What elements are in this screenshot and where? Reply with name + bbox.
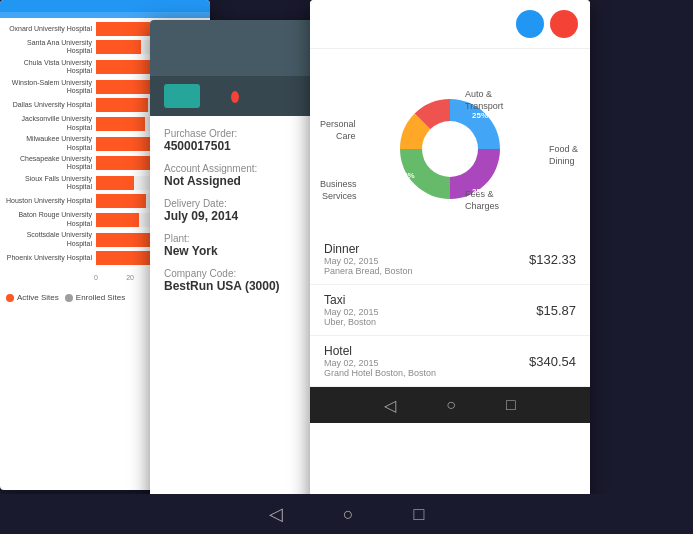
pie-chart <box>350 69 550 229</box>
pie-pct-fees: 25% <box>472 187 488 196</box>
nav-home[interactable]: ○ <box>343 504 354 525</box>
screen3-nav-btn[interactable]: ○ <box>446 396 456 414</box>
expense-place: Grand Hotel Boston, Boston <box>324 368 436 378</box>
legend-dot <box>6 294 14 302</box>
chart-label: Scottsdale University Hospital <box>6 231 96 248</box>
trip-info <box>310 49 590 69</box>
android-nav: ◁ ○ □ <box>0 494 693 534</box>
expense-date: May 02, 2015 <box>324 358 436 368</box>
notes-badge <box>231 91 239 103</box>
expense-item: Taxi May 02, 2015 Uber, Boston $15.87 <box>310 285 590 336</box>
screen-report: Auto &Transport Food &Dining Fees &Charg… <box>310 0 590 520</box>
pie-pct-food: 25% <box>548 151 564 160</box>
pie-label-business: BusinessServices <box>320 179 357 202</box>
expense-list: Dinner May 02, 2015 Panera Bread, Boston… <box>310 234 590 387</box>
pie-label-auto: Auto &Transport <box>465 89 503 112</box>
expense-place: Uber, Boston <box>324 317 379 327</box>
pie-pct-personal: 12.5% <box>370 127 393 136</box>
pie-pct-business: 12.5% <box>392 171 415 180</box>
expense-date: May 02, 2015 <box>324 307 379 317</box>
expense-place: Panera Bread, Boston <box>324 266 413 276</box>
chart-bar <box>96 137 152 151</box>
screen3-nav: ◁○□ <box>310 387 590 423</box>
chart-bar <box>96 213 139 227</box>
legend-dot <box>65 294 73 302</box>
chart-bar <box>96 176 134 190</box>
pie-pct-auto: 25% <box>472 111 488 120</box>
expense-date: May 02, 2015 <box>324 256 413 266</box>
screen3-nav-btn[interactable]: □ <box>506 396 516 414</box>
legend-item: Enrolled Sites <box>65 293 125 302</box>
chart-bar <box>96 194 146 208</box>
chart-bar <box>96 117 145 131</box>
report-check-button[interactable] <box>516 10 544 38</box>
expense-amount: $15.87 <box>536 303 576 318</box>
pie-label-personal: PersonalCare <box>320 119 356 142</box>
chart-label: Baton Rouge University Hospital <box>6 211 96 228</box>
nav-recents[interactable]: □ <box>414 504 425 525</box>
expense-item: Dinner May 02, 2015 Panera Bread, Boston… <box>310 234 590 285</box>
chart-label: Dallas University Hospital <box>6 101 96 109</box>
nav-back[interactable]: ◁ <box>269 503 283 525</box>
screen1-header <box>0 0 210 12</box>
expense-name: Hotel <box>324 344 436 358</box>
chart-bar <box>96 98 148 112</box>
chart-bar <box>96 40 141 54</box>
chart-label: Santa Ana University Hospital <box>6 39 96 56</box>
chart-label: Milwaukee University Hospital <box>6 135 96 152</box>
expense-amount: $340.54 <box>529 354 576 369</box>
expense-name: Taxi <box>324 293 379 307</box>
tab-notes[interactable] <box>210 84 257 108</box>
report-header <box>310 0 590 49</box>
chart-label: Chesapeake University Hospital <box>6 155 96 172</box>
expense-name: Dinner <box>324 242 413 256</box>
chart-label: Chula Vista University Hospital <box>6 59 96 76</box>
chart-label: Oxnard University Hospital <box>6 25 96 33</box>
chart-label: Houston University Hospital <box>6 197 96 205</box>
tab-info[interactable] <box>164 84 200 108</box>
svg-point-0 <box>422 121 478 177</box>
chart-bar <box>96 233 153 247</box>
chart-label: Sioux Falls University Hospital <box>6 175 96 192</box>
chart-label: Phoenix University Hospital <box>6 254 96 262</box>
screen3-nav-btn[interactable]: ◁ <box>384 396 396 415</box>
pie-chart-container: Auto &Transport Food &Dining Fees &Charg… <box>310 69 590 234</box>
chart-bar <box>96 22 155 36</box>
chart-label: Winston-Salem University Hospital <box>6 79 96 96</box>
chart-label: Jacksonville University Hospital <box>6 115 96 132</box>
expense-amount: $132.33 <box>529 252 576 267</box>
expense-item: Hotel May 02, 2015 Grand Hotel Boston, B… <box>310 336 590 387</box>
report-close-button[interactable] <box>550 10 578 38</box>
chart-bar <box>96 60 150 74</box>
legend-item: Active Sites <box>6 293 59 302</box>
